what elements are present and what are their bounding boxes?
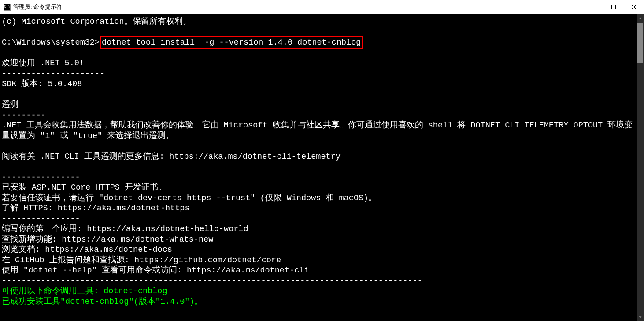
terminal-line: C:\Windows\system32>dotnet tool install … — [2, 37, 635, 48]
terminal-wrapper: (c) Microsoft Corporation。保留所有权利。 C:\Win… — [0, 14, 644, 321]
terminal-line — [2, 90, 635, 100]
terminal-line: 欢迎使用 .NET 5.0! — [2, 58, 635, 69]
scrollbar-thumb[interactable] — [637, 23, 643, 63]
cmd-icon: C:\ — [4, 4, 11, 11]
scroll-down-icon[interactable]: ▼ — [637, 314, 644, 321]
terminal-line: 编写你的第一个应用: https://aka.ms/dotnet-hello-w… — [2, 224, 635, 235]
scroll-up-icon[interactable]: ▲ — [637, 14, 644, 22]
close-button[interactable] — [624, 0, 644, 14]
prompt-text: C:\Windows\system32> — [2, 38, 100, 47]
terminal-line: ----------------------------------------… — [2, 276, 635, 287]
terminal-line: SDK 版本: 5.0.408 — [2, 79, 635, 90]
terminal-line: --------- — [2, 110, 635, 121]
terminal-line: 在 GitHub 上报告问题和查找源: https://github.com/d… — [2, 255, 635, 266]
minimize-button[interactable] — [583, 0, 603, 14]
terminal-line: 查找新增功能: https://aka.ms/dotnet-whats-new — [2, 235, 635, 245]
terminal-line: 阅读有关 .NET CLI 工具遥测的更多信息: https://aka.ms/… — [2, 152, 635, 162]
window-title: 管理员: 命令提示符 — [13, 3, 583, 11]
terminal-line: 若要信任该证书，请运行 "dotnet dev-certs https --tr… — [2, 193, 635, 204]
terminal-line — [2, 141, 635, 152]
highlighted-command: dotnet tool install -g --version 1.4.0 d… — [100, 36, 363, 49]
terminal-line: ---------------- — [2, 172, 635, 183]
terminal-line: --------------------- — [2, 69, 635, 79]
titlebar: C:\ 管理员: 命令提示符 — [0, 0, 644, 14]
terminal-line: (c) Microsoft Corporation。保留所有权利。 — [2, 17, 635, 27]
terminal-output[interactable]: (c) Microsoft Corporation。保留所有权利。 C:\Win… — [0, 14, 637, 321]
terminal-line: 浏览文档: https://aka.ms/dotnet-docs — [2, 245, 635, 255]
scrollbar[interactable]: ▲ ▼ — [637, 14, 644, 321]
window-controls — [583, 0, 644, 14]
terminal-line: 遥测 — [2, 100, 635, 110]
terminal-line — [2, 48, 635, 59]
terminal-line: 了解 HTTPS: https://aka.ms/dotnet-https — [2, 203, 635, 214]
terminal-line — [2, 162, 635, 172]
terminal-line: 使用 "dotnet --help" 查看可用命令或访问: https://ak… — [2, 265, 635, 276]
maximize-button[interactable] — [603, 0, 624, 14]
terminal-line: 已安装 ASP.NET Core HTTPS 开发证书。 — [2, 183, 635, 193]
terminal-line: ---------------- — [2, 214, 635, 224]
terminal-line: 已成功安装工具"dotnet-cnblog"(版本"1.4.0")。 — [2, 297, 635, 307]
terminal-line: 可使用以下命令调用工具: dotnet-cnblog — [2, 286, 635, 297]
terminal-line: .NET 工具会收集用法数据，帮助我们改善你的体验。它由 Microsoft 收… — [2, 120, 635, 141]
svg-rect-1 — [612, 5, 616, 9]
